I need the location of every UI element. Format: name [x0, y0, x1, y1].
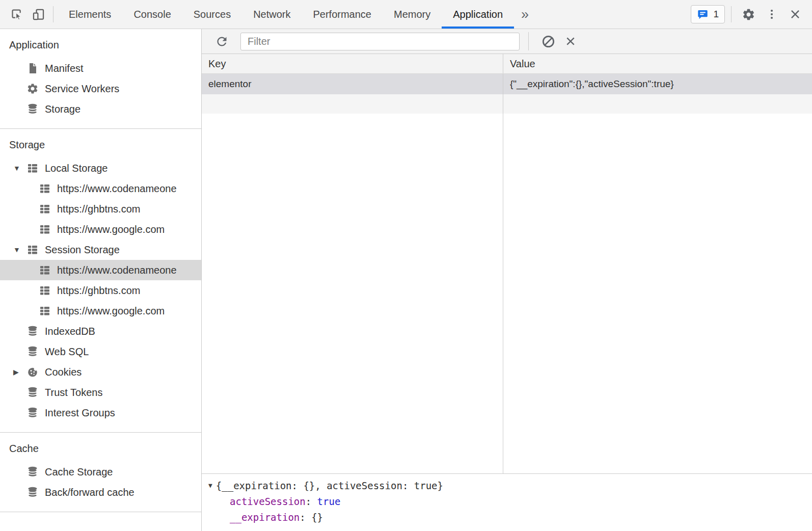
database-icon [26, 346, 39, 358]
tab-application[interactable]: Application [442, 0, 514, 29]
table-row-empty[interactable] [202, 94, 812, 114]
table-row[interactable]: elementor {"__expiration":{},"activeSess… [202, 74, 812, 94]
issues-chat-icon [697, 9, 709, 20]
database-icon [26, 407, 39, 419]
sidebar-section-application: Application Manifest [0, 29, 201, 129]
tree-item-label: Session Storage [45, 244, 120, 256]
panel-tabs: Elements Console Sources Network Perform… [58, 0, 536, 29]
inspect-element-button[interactable] [6, 0, 28, 29]
property-value: true [317, 496, 341, 507]
property-name: __expiration [230, 512, 300, 523]
tree-item-session-storage[interactable]: ▼ Session Storage [0, 240, 201, 260]
tab-console[interactable]: Console [122, 0, 182, 29]
tab-sources[interactable]: Sources [182, 0, 242, 29]
tree-item-label: Local Storage [45, 163, 107, 174]
tree-item-indexeddb[interactable]: IndexedDB [0, 321, 201, 341]
sidebar-item-label: Storage [45, 103, 80, 115]
tab-network[interactable]: Network [242, 0, 302, 29]
device-toolbar-icon [32, 8, 45, 21]
tree-item-label: https://www.codenameone [57, 264, 177, 276]
sidebar-item-label: Manifest [45, 63, 84, 74]
cookie-icon [26, 366, 39, 378]
sidebar-item-service-workers[interactable]: Service Workers [0, 78, 201, 99]
object-summary: {__expiration: {}, activeSession: true} [216, 480, 443, 491]
sidebar-item-cache-storage[interactable]: Cache Storage [0, 462, 201, 482]
tree-item-interest-groups[interactable]: Interest Groups [0, 403, 201, 423]
tree-item-label: https://ghbtns.com [57, 203, 140, 215]
tree-item-origin[interactable]: https://www.codenameone [0, 178, 201, 199]
kebab-menu-icon [766, 8, 778, 20]
tree-item-label: Web SQL [45, 346, 89, 358]
table-icon [39, 223, 51, 235]
clear-icon [564, 35, 577, 48]
sidebar-item-storage[interactable]: Storage [0, 99, 201, 119]
key-value-datagrid: Key Value elementor {"__expiration":{},"… [202, 54, 812, 473]
chevron-right-icon[interactable]: ▶ [13, 368, 26, 376]
tree-item-local-storage[interactable]: ▼ Local Storage [0, 158, 201, 178]
tabbar-divider [53, 6, 53, 22]
storage-toolbar [202, 29, 812, 54]
delete-selected-button[interactable] [559, 30, 582, 52]
settings-button[interactable] [738, 0, 759, 29]
session-storage-panel: Key Value elementor {"__expiration":{},"… [202, 29, 812, 531]
tree-item-origin[interactable]: https://ghbtns.com [0, 199, 201, 219]
tree-item-label: https://www.google.com [57, 305, 165, 317]
close-icon [789, 8, 802, 21]
tabbar-left-tools [0, 0, 58, 29]
database-icon [26, 103, 39, 115]
database-icon [26, 486, 39, 498]
devtools-window: Elements Console Sources Network Perform… [0, 0, 812, 531]
table-icon [39, 284, 51, 297]
column-header-value: Value [503, 54, 812, 73]
filter-input[interactable] [240, 33, 520, 50]
device-toolbar-button[interactable] [28, 0, 49, 29]
sidebar-section-cache: Cache Cache Storage [0, 433, 201, 512]
row-key-cell[interactable]: elementor [202, 74, 503, 94]
sidebar-item-label: Service Workers [45, 83, 119, 95]
table-icon [39, 182, 51, 195]
tree-item-origin-selected[interactable]: https://www.codenameone [0, 260, 201, 280]
chevron-down-icon[interactable]: ▼ [13, 246, 26, 254]
tree-item-web-sql[interactable]: Web SQL [0, 341, 201, 362]
expand-triangle-icon[interactable]: ▼ [208, 482, 212, 489]
table-icon [39, 305, 51, 317]
tab-elements[interactable]: Elements [58, 0, 122, 29]
sidebar-item-label: Back/forward cache [45, 487, 134, 498]
toolbar-divider [528, 32, 529, 50]
more-tabs-button[interactable]: » [514, 0, 536, 29]
tree-item-label: Trust Tokens [45, 387, 102, 399]
refresh-button[interactable] [210, 30, 233, 52]
tree-item-label: https://www.codenameone [57, 183, 177, 195]
tree-item-label: IndexedDB [45, 326, 95, 337]
row-value-cell[interactable]: {"__expiration":{},"activeSession":true} [503, 74, 812, 94]
tree-item-trust-tokens[interactable]: Trust Tokens [0, 382, 201, 403]
close-devtools-button[interactable] [784, 0, 806, 29]
tree-item-label: https://www.google.com [57, 224, 165, 235]
sidebar-item-manifest[interactable]: Manifest [0, 58, 201, 78]
datagrid-filler [202, 114, 812, 473]
table-icon [26, 162, 39, 174]
document-icon [26, 62, 39, 74]
tab-performance[interactable]: Performance [302, 0, 383, 29]
clear-all-button[interactable] [537, 30, 559, 52]
tree-item-origin[interactable]: https://ghbtns.com [0, 280, 201, 301]
inspect-icon [10, 8, 24, 21]
tree-item-origin[interactable]: https://www.google.com [0, 219, 201, 240]
issues-button[interactable]: 1 [691, 5, 725, 23]
tree-item-label: Cookies [45, 366, 82, 378]
tree-item-cookies[interactable]: ▶ Cookies [0, 362, 201, 382]
gear-icon [742, 8, 755, 21]
sidebar-section-next [0, 512, 201, 531]
tree-item-label: Interest Groups [45, 407, 115, 419]
table-icon [39, 264, 51, 276]
tab-memory[interactable]: Memory [383, 0, 442, 29]
tree-item-origin[interactable]: https://www.google.com [0, 301, 201, 321]
database-icon [26, 386, 39, 399]
more-options-button[interactable] [761, 0, 782, 29]
sidebar-section-storage: Storage ▼ Local Storage [0, 129, 201, 433]
section-title-application: Application [0, 33, 201, 58]
object-property-line: activeSession: true [208, 493, 812, 509]
chevron-down-icon[interactable]: ▼ [13, 164, 26, 172]
tabbar-right-divider [731, 6, 732, 22]
sidebar-item-back-forward-cache[interactable]: Back/forward cache [0, 482, 201, 502]
